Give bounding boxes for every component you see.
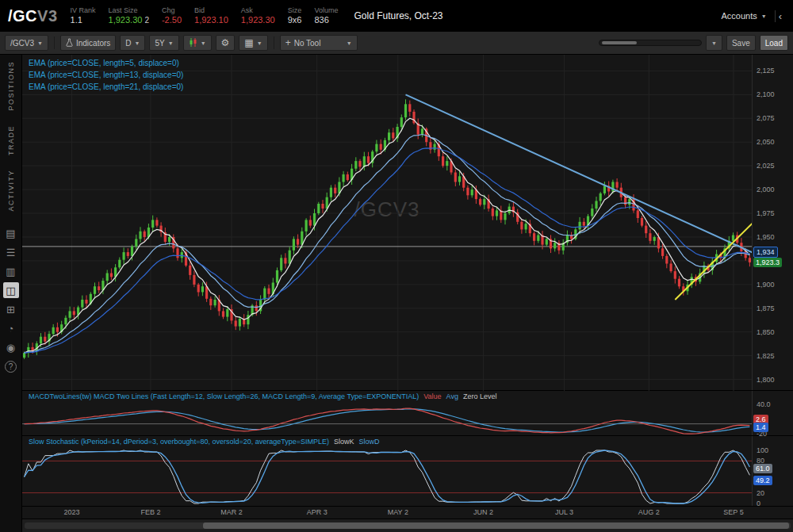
field-bid: Bid 1,923.10 (194, 6, 228, 26)
ema13-study-label[interactable]: EMA (price=CLOSE, length=13, displace=0) (29, 71, 183, 79)
sidebar-tab-trade[interactable]: TRADE (7, 125, 15, 155)
chevron-down-icon: ▼ (711, 40, 717, 46)
orders-panel-icon[interactable]: ▥ (3, 263, 19, 279)
axis-value-badge: 61.0 (753, 464, 772, 473)
toolbar-divider (274, 36, 274, 49)
ema5-study-label[interactable]: EMA (price=CLOSE, length=5, displace=0) (29, 59, 183, 67)
time-axis: 2023FEB 2MAR 2APR 3MAY 2JUN 2JUL 3AUG 2S… (22, 507, 793, 519)
macd-chart-svg (22, 402, 752, 436)
quote-header: /GCV3 IV Rank 1.1 Last Size 1,923.302 Ch… (0, 0, 793, 32)
grid-layout-dropdown[interactable]: ▦ ▼ (239, 35, 267, 51)
axis-value-badge: 49.2 (753, 476, 772, 485)
field-iv-rank: IV Rank 1.1 (71, 6, 96, 26)
macd-axis: 40.0-202.61.4 (752, 391, 793, 435)
candlestick-icon (189, 38, 197, 48)
drawing-tool-dropdown[interactable]: + No Tool▼ (280, 35, 358, 51)
axis-value-badge: 1,934 (753, 247, 778, 258)
toolbar-divider (54, 36, 55, 49)
sidebar-tab-positions[interactable]: POSITIONS (7, 61, 15, 111)
watchlist-icon[interactable]: ▤ (3, 225, 19, 241)
time-axis-label: JUL 3 (555, 508, 573, 516)
community-icon[interactable]: ◉ (3, 339, 19, 355)
sidebar-tab-activity[interactable]: ACTIVITY (7, 170, 15, 212)
help-icon[interactable]: ? (5, 361, 17, 373)
chevron-down-icon: ▼ (37, 40, 43, 46)
history-clock-icon[interactable]: ◔ (3, 320, 19, 336)
macd-panel: MACDTwoLines(tw) MACD Two Lines (Fast Le… (22, 391, 793, 436)
ema21-study-label[interactable]: EMA (price=CLOSE, length=21, displace=0) (29, 82, 183, 91)
scrollbar-thumb[interactable] (203, 522, 789, 529)
flask-icon (66, 38, 73, 48)
time-axis-label: MAY 2 (388, 508, 408, 516)
stochastic-study-label[interactable]: Slow Stochastic (kPeriod=14, dPeriod=3, … (29, 438, 385, 446)
stochastic-chart-canvas[interactable]: Slow Stochastic (kPeriod=14, dPeriod=3, … (22, 436, 752, 507)
time-axis-label: JUN 2 (473, 508, 493, 516)
chart-settings-button[interactable]: ⚙ (216, 35, 236, 51)
time-axis-label: FEB 2 (140, 508, 160, 516)
macd-study-label[interactable]: MACDTwoLines(tw) MACD Two Lines (Fast Le… (29, 392, 502, 400)
collapse-panel-icon[interactable]: ‹ (775, 10, 785, 22)
crosshair-icon: + (285, 38, 291, 48)
chart-scrollbar (22, 519, 793, 532)
axis-value-badge: 1,923.3 (753, 258, 782, 267)
load-button[interactable]: Load (760, 35, 788, 51)
zoom-slider-thumb[interactable] (602, 41, 637, 44)
zoom-slider[interactable] (599, 40, 702, 46)
field-size: Size 9x6 (288, 6, 302, 26)
save-button[interactable]: Save (726, 35, 756, 51)
symbol-root: /GC (8, 7, 37, 25)
price-axis[interactable]: 2,1252,1002,0752,0502,0252,0001,9751,950… (752, 55, 793, 390)
grid-panel-icon[interactable]: ⊞ (3, 301, 19, 317)
field-volume: Volume 836 (314, 6, 338, 26)
axis-value-badge: 1.4 (753, 423, 768, 432)
indicators-button[interactable]: Indicators (60, 35, 116, 51)
symbol-title: /GCV3 (8, 7, 58, 25)
instrument-description: Gold Futures, Oct-23 (354, 10, 442, 21)
study-labels: EMA (price=CLOSE, length=5, displace=0) … (29, 59, 183, 94)
chart-toolbar: /GCV3▼ Indicators D▼ 5Y▼ ▼ ⚙ ▦ ▼ (0, 32, 793, 55)
slider-options-dropdown[interactable]: ▼ (706, 35, 722, 51)
gear-icon: ⚙ (221, 38, 230, 48)
field-change: Chg -2.50 (162, 6, 182, 26)
chart-area: /GCV3 EMA (price=CLOSE, length=5, displa… (22, 55, 793, 532)
menu-list-icon[interactable]: ☰ (3, 244, 19, 260)
chevron-down-icon: ▼ (347, 40, 352, 46)
symbol-month-code: V3 (37, 7, 57, 25)
chevron-down-icon: ▼ (761, 13, 767, 19)
time-axis-label: APR 3 (307, 508, 328, 516)
chart-panel-icon[interactable]: ◫ (3, 282, 19, 298)
chevron-down-icon: ▼ (135, 40, 140, 46)
field-last-size: Last Size 1,923.302 (109, 6, 149, 26)
time-axis-label: SEP 5 (723, 508, 743, 516)
field-ask: Ask 1,923.30 (241, 6, 275, 26)
time-axis-label: 2023 (64, 508, 80, 516)
stochastic-axis: 1008020061.049.2 (752, 436, 793, 506)
grid-icon: ▦ (244, 38, 253, 48)
stochastic-chart-svg (22, 447, 752, 507)
symbol-selector-button[interactable]: /GCV3▼ (5, 35, 48, 51)
range-dropdown[interactable]: 5Y▼ (149, 35, 178, 51)
stochastic-panel: Slow Stochastic (kPeriod=14, dPeriod=3, … (22, 436, 793, 507)
candlestick-chart-svg (22, 55, 752, 391)
time-axis-label: AUG 2 (638, 508, 660, 516)
left-sidebar: POSITIONS TRADE ACTIVITY ▤ ☰ ▥ ◫ ⊞ ◔ ◉ ? (0, 55, 22, 532)
chevron-down-icon: ▼ (257, 40, 262, 46)
price-panel: /GCV3 EMA (price=CLOSE, length=5, displa… (22, 55, 793, 391)
chevron-down-icon: ▼ (168, 40, 174, 46)
price-chart-canvas[interactable]: /GCV3 EMA (price=CLOSE, length=5, displa… (22, 55, 752, 391)
chevron-down-icon: ▼ (201, 40, 206, 46)
aggregation-dropdown[interactable]: D▼ (120, 35, 145, 51)
time-axis-label: MAR 2 (220, 508, 243, 516)
macd-chart-canvas[interactable]: MACDTwoLines(tw) MACD Two Lines (Fast Le… (22, 391, 752, 436)
accounts-dropdown[interactable]: Accounts▼ (721, 11, 766, 21)
trading-platform: /GCV3 IV Rank 1.1 Last Size 1,923.302 Ch… (0, 0, 793, 532)
chart-type-dropdown[interactable]: ▼ (183, 35, 212, 51)
